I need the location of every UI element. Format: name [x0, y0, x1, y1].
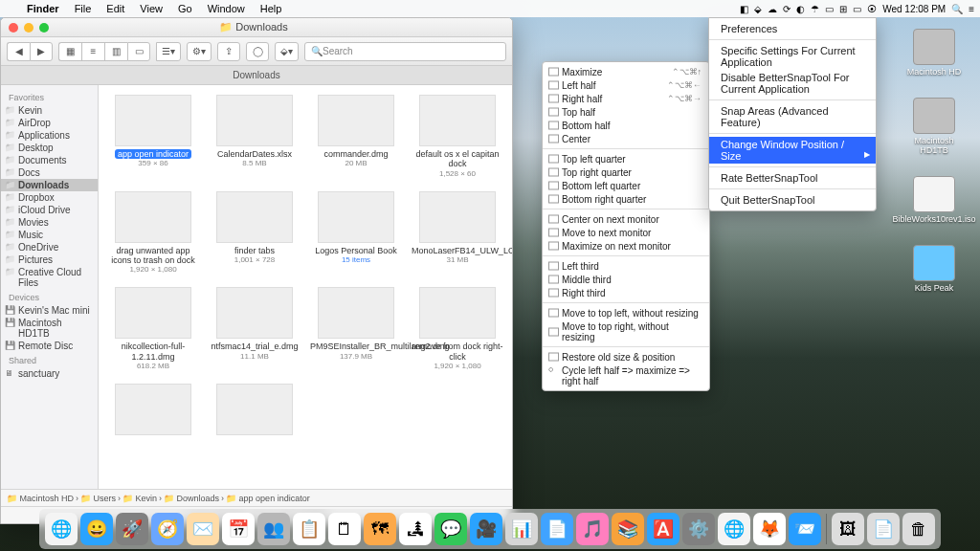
- path-segment[interactable]: 📁 Kevin: [122, 494, 157, 503]
- desktop-item[interactable]: BibleWorks10rev1.iso: [900, 176, 969, 224]
- sync-icon[interactable]: ⟳: [783, 4, 791, 14]
- monitor-icon[interactable]: ⊞: [839, 4, 847, 14]
- submenu-item[interactable]: Center: [543, 132, 709, 145]
- dock-app[interactable]: 🎥: [470, 513, 502, 545]
- view-columns-button[interactable]: ▥: [104, 42, 127, 61]
- dock-app[interactable]: 🌐: [718, 513, 750, 545]
- dock-app[interactable]: ⚙️: [682, 513, 715, 545]
- dock-app[interactable]: 📨: [789, 513, 821, 545]
- menu-item[interactable]: Specific Settings For Current Applicatio…: [709, 43, 876, 70]
- desktop-item[interactable]: Kids Peak: [900, 245, 969, 293]
- file-item[interactable]: ntfsmac14_trial_e.dmg11.1 MB: [206, 287, 303, 370]
- sidebar-item[interactable]: Applications: [1, 129, 98, 142]
- submenu-item[interactable]: Middle third: [543, 273, 709, 286]
- bettersnaptool-menu[interactable]: PreferencesSpecific Settings For Current…: [708, 17, 877, 211]
- cloud-icon[interactable]: ☁: [768, 4, 777, 14]
- file-item[interactable]: drag unwanted app icons to trash on dock…: [104, 191, 202, 275]
- file-item[interactable]: [206, 384, 303, 438]
- sidebar-item[interactable]: Dropbox: [1, 191, 98, 204]
- action-button[interactable]: ⚙▾: [187, 42, 212, 61]
- spotlight-icon[interactable]: 🔍: [951, 4, 963, 14]
- submenu-item[interactable]: Maximize⌃⌥⌘↑: [543, 65, 709, 78]
- menu-item[interactable]: Rate BetterSnapTool: [709, 170, 876, 186]
- submenu-item[interactable]: Maximize on next monitor: [543, 239, 709, 253]
- submenu-item[interactable]: Cycle left half => maximize => right hal…: [543, 364, 709, 387]
- sidebar-item[interactable]: Movies: [1, 216, 98, 229]
- file-item[interactable]: nikcollection-full-1.2.11.dmg618.2 MB: [104, 287, 202, 370]
- dock-app[interactable]: 📚: [612, 513, 644, 545]
- file-item[interactable]: default os x el capitan dock1,528 × 60: [409, 95, 506, 178]
- file-item[interactable]: remove from dock right-click1,920 × 1,08…: [409, 287, 506, 370]
- submenu-item[interactable]: Center on next monitor: [543, 212, 709, 226]
- dock-app[interactable]: 🗺: [364, 513, 396, 545]
- sidebar-item[interactable]: sanctuary: [1, 367, 98, 380]
- dock-app[interactable]: 🧭: [151, 513, 184, 545]
- file-item[interactable]: MonoLaserFB14_ULW_LCD_MFC_110.dmg31 MB: [409, 191, 506, 275]
- dock-app[interactable]: 📋: [293, 513, 325, 545]
- sidebar-item[interactable]: Creative Cloud Files: [1, 266, 98, 289]
- sidebar-item[interactable]: AirDrop: [1, 117, 98, 129]
- desktop-item[interactable]: Macintosh HD: [900, 29, 969, 77]
- menu-item[interactable]: Change Window Position / Size: [709, 137, 876, 164]
- submenu-item[interactable]: Top right quarter: [543, 165, 709, 179]
- path-segment[interactable]: 📁 Users: [80, 494, 116, 503]
- menu-go[interactable]: Go: [170, 3, 200, 14]
- submenu-item[interactable]: Left third: [543, 259, 709, 273]
- dock-app[interactable]: 📅: [222, 513, 255, 545]
- dock-app[interactable]: 🗑: [902, 513, 935, 545]
- path-segment[interactable]: 📁 Downloads: [164, 494, 219, 503]
- sidebar-item[interactable]: iCloud Drive: [1, 204, 98, 216]
- close-button[interactable]: [9, 23, 18, 33]
- dock-app[interactable]: 🏞: [399, 513, 432, 545]
- view-list-button[interactable]: ≡: [81, 42, 104, 61]
- file-item[interactable]: CalendarDates.xlsx8.5 MB: [206, 95, 303, 178]
- submenu-item[interactable]: Move to next monitor: [543, 226, 709, 239]
- view-gallery-button[interactable]: ▭: [127, 42, 150, 61]
- dock-app[interactable]: 🅰️: [647, 513, 679, 545]
- dock-app[interactable]: ✉️: [187, 513, 219, 545]
- zoom-button[interactable]: [39, 23, 49, 33]
- dock-app[interactable]: 😀: [80, 513, 113, 545]
- dropbox-button[interactable]: ⬙▾: [275, 42, 299, 61]
- submenu-item[interactable]: Top half: [543, 105, 709, 119]
- dock-app[interactable]: 📊: [505, 513, 538, 545]
- dock-app[interactable]: 👥: [257, 513, 290, 545]
- menubar-status-area[interactable]: ◧ ⬙ ☁ ⟳ ◐ ☂ ▭ ⊞ ▭ ⦿ Wed 12:08 PM 🔍 ≡: [740, 4, 980, 14]
- airplay-icon[interactable]: ▭: [825, 4, 834, 14]
- menu-help[interactable]: Help: [253, 3, 290, 14]
- finder-titlebar[interactable]: 📁 Downloads: [1, 18, 512, 37]
- menu-file[interactable]: File: [67, 3, 100, 14]
- file-item[interactable]: Logos Personal Book15 items: [307, 191, 405, 275]
- desktop-item[interactable]: Macintosh HD1TB: [900, 98, 969, 155]
- submenu-item[interactable]: Right third: [543, 286, 709, 299]
- umbrella-icon[interactable]: ☂: [811, 4, 819, 14]
- forward-button[interactable]: ▶: [30, 42, 53, 61]
- search-input[interactable]: 🔍 Search: [304, 42, 506, 61]
- file-item[interactable]: [104, 384, 202, 438]
- moon-icon[interactable]: ◐: [796, 4, 805, 14]
- menu-item[interactable]: Preferences: [709, 21, 876, 36]
- dock-app[interactable]: 🖼: [832, 513, 864, 545]
- dock-app[interactable]: 🗒: [328, 513, 361, 545]
- submenu-item[interactable]: Bottom half: [543, 119, 709, 132]
- notification-icon[interactable]: ≡: [969, 4, 974, 14]
- back-button[interactable]: ◀: [7, 42, 30, 61]
- submenu-item[interactable]: Move to top left, without resizing: [543, 306, 709, 320]
- sidebar-item[interactable]: OneDrive: [1, 241, 98, 253]
- dock-app[interactable]: 🚀: [116, 513, 148, 545]
- submenu-item[interactable]: Left half⌃⌥⌘←: [543, 78, 709, 92]
- sidebar-item[interactable]: Macintosh HD1TB: [1, 317, 98, 340]
- menu-item[interactable]: Quit BetterSnapTool: [709, 192, 876, 208]
- sidebar-item[interactable]: Remote Disc: [1, 340, 98, 352]
- menu-view[interactable]: View: [132, 3, 170, 14]
- minimize-button[interactable]: [24, 23, 33, 33]
- wifi-icon[interactable]: ⦿: [867, 4, 877, 14]
- path-bar[interactable]: 📁 Macintosh HD› 📁 Users› 📁 Kevin› 📁 Down…: [1, 489, 512, 506]
- submenu-item[interactable]: Right half⌃⌥⌘→: [543, 92, 709, 105]
- sidebar-item[interactable]: Downloads: [1, 179, 98, 191]
- submenu-item[interactable]: Bottom right quarter: [543, 192, 709, 206]
- dock-app[interactable]: 🌐: [45, 513, 78, 545]
- dock-app[interactable]: 🎵: [576, 513, 609, 545]
- dock-app[interactable]: 📄: [541, 513, 573, 545]
- dropbox-icon[interactable]: ⬙: [754, 4, 762, 14]
